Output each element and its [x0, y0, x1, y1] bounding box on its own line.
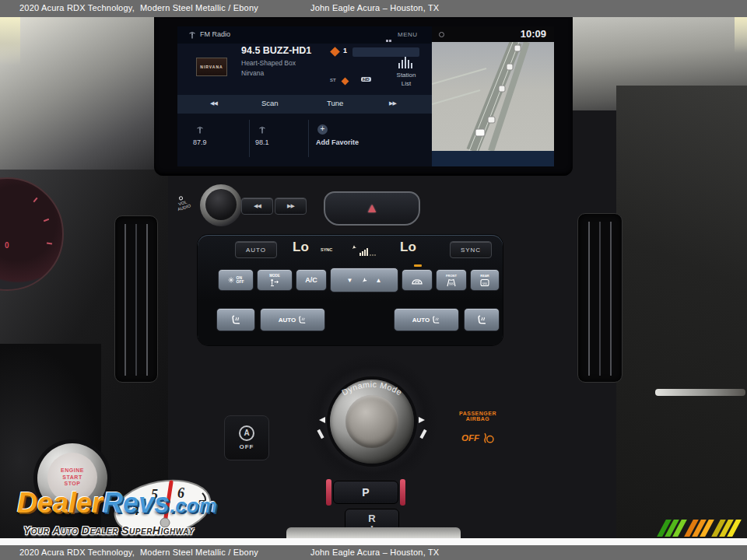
audio-status-bar: FM Radio MENU [177, 26, 432, 44]
front-defrost-button[interactable]: FRONT [436, 269, 467, 291]
white-strip [0, 538, 747, 545]
prev-track-button[interactable]: ◀◀ [210, 100, 217, 107]
scan-button[interactable]: Scan [261, 99, 279, 107]
passenger-airbag-indicator: PASSENGER AIRBAG OFF [445, 411, 510, 444]
seek-prev-button[interactable]: ◀◀ [241, 198, 273, 215]
temp-left-display: Lo [293, 240, 309, 255]
console-light-trim [286, 527, 461, 538]
vent-slat [124, 224, 126, 376]
nav-screen: 10:09 [432, 26, 554, 166]
rear-defrost-button[interactable]: REAR [470, 269, 500, 291]
hvac-sync-button[interactable]: SYNC [450, 241, 492, 258]
caption-dealer: John Eagle Acura – Houston, TX [310, 548, 439, 557]
station-list-icon[interactable] [398, 54, 413, 67]
hd-logo-icon [342, 78, 349, 86]
airbag-text-line2: AIRBAG [445, 416, 510, 422]
windshield-glow-right [735, 17, 747, 53]
stereo-indicator: ST [330, 78, 336, 82]
station-list-label-1[interactable]: Station [386, 72, 426, 79]
fan-speed-button[interactable]: ▼ ▲ [330, 268, 398, 292]
transport-bar: ◀◀ Scan Tune ▶▶ [177, 95, 432, 114]
heated-seat-icon [298, 316, 307, 324]
next-track-button[interactable]: ▶▶ [389, 100, 396, 107]
air-vent-right [577, 213, 622, 383]
volume-label: VOL AUDIO [174, 194, 191, 212]
vent-slat [588, 222, 590, 376]
idle-stop-button[interactable]: A OFF [224, 415, 269, 460]
recirculation-button[interactable] [402, 269, 433, 291]
recirc-indicator-led [414, 264, 422, 267]
driver-seat-auto-button[interactable]: AUTO [260, 308, 325, 331]
album-art-text: NIRVANA [200, 65, 223, 69]
antenna-icon [196, 126, 204, 134]
preset-2-button[interactable]: 98.1 [255, 138, 269, 146]
air-vent-left [114, 215, 158, 383]
hd-box-badge: HD [361, 77, 371, 82]
vent-slat [610, 222, 612, 376]
nav-status-bar: 10:09 [432, 26, 554, 42]
recirculation-icon [411, 276, 423, 285]
idle-stop-off-label: OFF [240, 443, 254, 450]
hazard-button[interactable]: ▲ [324, 191, 420, 226]
wordmark-com: .com [170, 494, 217, 520]
menu-button[interactable]: MENU [398, 31, 418, 38]
front-defrost-icon [447, 278, 456, 287]
ac-button[interactable]: A/C [296, 269, 327, 291]
airbag-off-label: OFF [461, 433, 479, 443]
driver-seat-heat-button[interactable] [216, 308, 255, 331]
wordmark-revs: Revs [103, 487, 170, 520]
nav-map[interactable] [432, 42, 554, 151]
climate-onoff-button[interactable]: ONOFF [218, 269, 254, 291]
station-name: 94.5 BUZZ-HD1 [241, 45, 311, 56]
caption-trim: Modern Steel Metallic / Ebony [140, 548, 258, 557]
top-caption-bar: 2020 Acura RDX Technology, Modern Steel … [0, 0, 747, 17]
svg-text:Dynamic Mode: Dynamic Mode [340, 380, 404, 397]
clock: 10:09 [521, 28, 546, 40]
speedometer-zero: 0 [5, 241, 9, 250]
passenger-seat-heat-button[interactable] [464, 308, 500, 331]
gear-accent-right [400, 479, 405, 506]
auto-idle-stop-icon: A [239, 425, 254, 441]
heated-seat-icon [231, 315, 241, 325]
watermark-tagline: Your Auto Dealer SuperHighway [23, 524, 194, 537]
gear-accent-left [326, 479, 331, 506]
heated-seat-icon [432, 316, 440, 324]
preset-1-button[interactable]: 87.9 [193, 138, 207, 146]
sync-indicator: SYNC [321, 247, 332, 252]
park-button[interactable]: P [333, 481, 398, 504]
dash-top-left [0, 17, 165, 173]
dynamic-mode-arc: Dynamic Mode [310, 358, 434, 451]
gauge-tick [33, 198, 37, 203]
hazard-triangle-icon: ▲ [366, 201, 379, 216]
vent-slat [599, 222, 601, 376]
wordmark-dealer: Dealer [17, 487, 103, 520]
add-favorite-plus-icon[interactable]: + [317, 124, 328, 135]
fan-icon [350, 243, 358, 251]
stripes-logo [661, 520, 742, 538]
antenna-icon [188, 31, 196, 39]
hd-channel-number: 1 [343, 47, 347, 54]
seek-next-button[interactable]: ▶▶ [275, 198, 307, 215]
station-list-label-2[interactable]: List [386, 80, 426, 87]
passenger-seat-auto-button[interactable]: AUTO [394, 308, 459, 331]
tune-button[interactable]: Tune [327, 99, 343, 107]
dynamic-mode-label: Dynamic Mode [340, 380, 404, 397]
caption-dealer: John Eagle Acura – Houston, TX [310, 3, 439, 12]
heated-seat-icon [477, 315, 487, 325]
watermark-wordmark: Dealer Revs .com [17, 487, 217, 520]
mode-button[interactable]: MODE [257, 269, 293, 291]
airbag-text-line1: PASSENGER [445, 411, 510, 416]
snowflake-icon [228, 277, 234, 283]
climate-panel: AUTO SYNC Lo SYNC Lo ONOFF MODE A/C ▼ ▲ [198, 235, 503, 345]
hvac-auto-button[interactable]: AUTO [235, 241, 277, 258]
bottom-caption-bar: 2020 Acura RDX Technology, Modern Steel … [0, 545, 747, 560]
compass-icon [439, 32, 444, 37]
caption-title: 2020 Acura RDX Technology, [19, 3, 135, 12]
add-favorite-button[interactable]: Add Favorite [316, 138, 359, 146]
volume-knob-cap[interactable] [205, 189, 237, 220]
fan-icon [360, 276, 369, 285]
preset-divider [308, 120, 309, 157]
nav-bottom-bar [432, 151, 554, 166]
rear-defrost-icon [480, 278, 489, 287]
caption-title: 2020 Acura RDX Technology, [19, 548, 135, 557]
